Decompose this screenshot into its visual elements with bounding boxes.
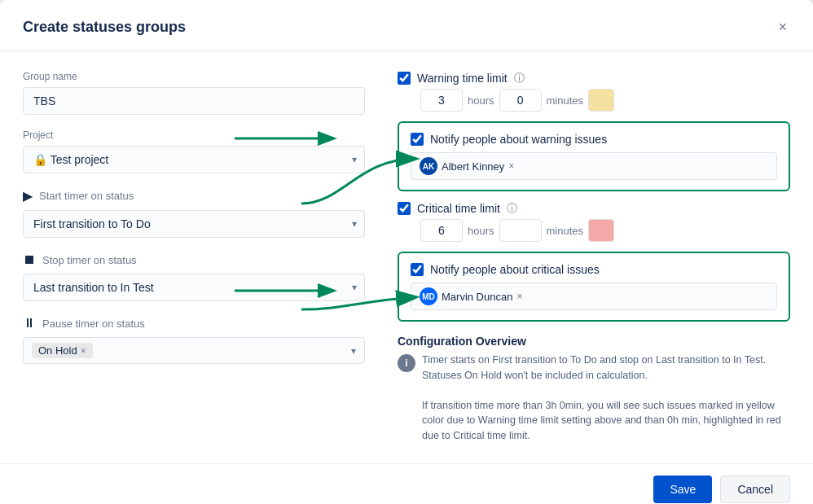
- pause-timer-tag: On Hold ×: [32, 343, 93, 358]
- critical-color-swatch[interactable]: [588, 219, 614, 242]
- notify-critical-label: Notify people about critical issues: [430, 263, 600, 276]
- critical-limit-info-icon: ⓘ: [507, 201, 517, 216]
- config-text: Timer starts on First transition to To D…: [422, 353, 790, 444]
- project-select-wrapper: 🔒 Test project ▾: [23, 146, 365, 173]
- warning-limit-info-icon: ⓘ: [514, 71, 525, 85]
- config-text1: Timer starts on First transition to To D…: [422, 353, 790, 383]
- warning-limit-row: Warning time limit ⓘ: [398, 71, 790, 85]
- stop-timer-icon: ⏹: [23, 252, 36, 267]
- stop-timer-row: ⏹ Stop timer on status: [23, 252, 365, 267]
- project-label: Project: [23, 129, 365, 141]
- warning-limit-label: Warning time limit: [417, 72, 508, 85]
- config-title: Configuration Overview: [398, 335, 790, 348]
- warning-minutes-input[interactable]: [499, 89, 542, 112]
- start-timer-select-wrapper: First transition to To Do ▾: [23, 210, 365, 238]
- warning-person-remove-icon[interactable]: ×: [508, 160, 514, 172]
- group-name-field: Group name: [23, 71, 365, 115]
- warning-person-avatar: AK: [420, 157, 437, 175]
- notify-warning-label: Notify people about warning issues: [430, 133, 607, 146]
- critical-hours-label: hours: [468, 225, 494, 237]
- right-panel: Warning time limit ⓘ hours minutes Notif…: [398, 71, 790, 444]
- dialog-body: Group name Project 🔒 Test project ▾ ▶ St…: [0, 51, 813, 463]
- start-timer-icon: ▶: [23, 188, 33, 204]
- stop-timer-label: Stop timer on status: [42, 254, 137, 266]
- warning-time-section: Warning time limit ⓘ hours minutes: [398, 71, 790, 112]
- critical-limit-label: Critical time limit: [417, 202, 500, 215]
- pause-tag-remove-icon[interactable]: ×: [81, 346, 86, 356]
- save-button[interactable]: Save: [653, 476, 712, 503]
- warning-limit-checkbox[interactable]: [398, 72, 411, 85]
- start-timer-row: ▶ Start timer on status: [23, 188, 365, 204]
- warning-time-inputs: hours minutes: [420, 89, 790, 112]
- pause-timer-label: Pause timer on status: [42, 318, 145, 330]
- pause-timer-select[interactable]: On Hold × ▾: [23, 337, 365, 364]
- project-select[interactable]: 🔒 Test project: [23, 146, 365, 173]
- dialog-title: Create statuses groups: [23, 19, 186, 36]
- create-statuses-dialog: Create statuses groups × Group name Proj…: [0, 0, 813, 504]
- notify-critical-people-input[interactable]: MD Marvin Duncan ×: [411, 283, 777, 310]
- pause-timer-icon: ⏸: [23, 316, 36, 331]
- critical-person-avatar: MD: [420, 287, 437, 305]
- critical-minutes-input[interactable]: [499, 219, 542, 242]
- warning-color-swatch[interactable]: [588, 89, 614, 112]
- pause-timer-field: ⏸ Pause timer on status On Hold × ▾: [23, 316, 365, 364]
- left-panel: Group name Project 🔒 Test project ▾ ▶ St…: [23, 71, 365, 444]
- warning-person-name: Albert Kinney: [442, 160, 504, 173]
- stop-timer-select-wrapper: Last transition to In Test ▾: [23, 274, 365, 301]
- config-overview: Configuration Overview i Timer starts on…: [398, 335, 790, 444]
- warning-hours-label: hours: [468, 94, 494, 107]
- start-timer-label: Start timer on status: [39, 190, 134, 202]
- notify-warning-people-input[interactable]: AK Albert Kinney ×: [411, 152, 777, 180]
- notify-warning-box: Notify people about warning issues AK Al…: [398, 121, 790, 191]
- dialog-footer: Save Cancel: [0, 463, 813, 504]
- critical-limit-row: Critical time limit ⓘ: [398, 201, 790, 216]
- critical-hours-input[interactable]: [420, 219, 463, 242]
- notify-critical-box: Notify people about critical issues MD M…: [398, 252, 790, 322]
- critical-person-remove-icon[interactable]: ×: [516, 291, 522, 302]
- start-timer-select[interactable]: First transition to To Do: [23, 210, 365, 238]
- critical-time-section: Critical time limit ⓘ hours minutes: [398, 201, 790, 242]
- start-timer-field: ▶ Start timer on status First transition…: [23, 188, 365, 238]
- config-info-icon: i: [398, 354, 415, 372]
- warning-minutes-label: minutes: [547, 94, 584, 107]
- pause-timer-row: ⏸ Pause timer on status: [23, 316, 365, 331]
- group-name-label: Group name: [23, 71, 365, 82]
- pause-timer-arrow-icon: ▾: [351, 345, 356, 357]
- cancel-button[interactable]: Cancel: [720, 476, 790, 503]
- warning-hours-input[interactable]: [420, 89, 463, 112]
- notify-warning-checkbox[interactable]: [411, 133, 424, 146]
- config-text2: If transition time more than 3h 0min, yo…: [422, 398, 790, 444]
- critical-person-name: Marvin Duncan: [442, 291, 512, 303]
- notify-critical-header: Notify people about critical issues: [411, 263, 777, 276]
- group-name-input[interactable]: [23, 87, 365, 115]
- critical-minutes-label: minutes: [547, 225, 584, 237]
- notify-warning-header: Notify people about warning issues: [411, 133, 777, 146]
- config-body: i Timer starts on First transition to To…: [398, 353, 790, 444]
- stop-timer-select[interactable]: Last transition to In Test: [23, 274, 365, 301]
- critical-person-tag: MD Marvin Duncan ×: [420, 287, 522, 305]
- notify-critical-checkbox[interactable]: [411, 263, 424, 276]
- critical-limit-checkbox[interactable]: [398, 202, 411, 215]
- critical-time-inputs: hours minutes: [420, 219, 790, 242]
- dialog-header: Create statuses groups ×: [0, 0, 813, 51]
- stop-timer-field: ⏹ Stop timer on status Last transition t…: [23, 252, 365, 301]
- close-button[interactable]: ×: [775, 16, 790, 37]
- project-field: Project 🔒 Test project ▾: [23, 129, 365, 173]
- warning-person-tag: AK Albert Kinney ×: [420, 157, 514, 175]
